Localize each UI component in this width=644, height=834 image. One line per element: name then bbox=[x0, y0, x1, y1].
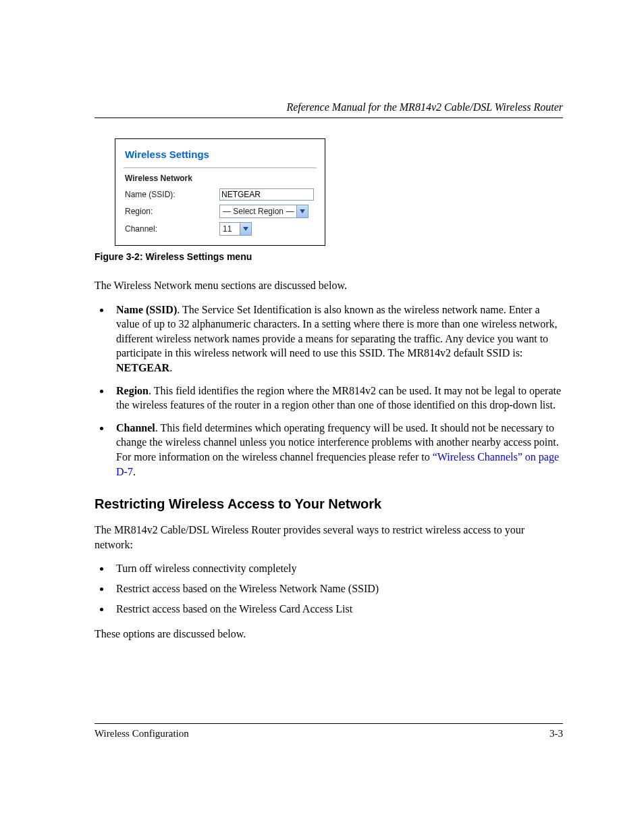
channel-row: Channel: 11 bbox=[125, 222, 315, 236]
restrict-outro: These options are discussed below. bbox=[95, 627, 563, 642]
figure-caption: Figure 3-2: Wireless Settings menu bbox=[95, 251, 563, 262]
intro-paragraph: The Wireless Network menu sections are d… bbox=[95, 278, 563, 293]
ssid-default: NETGEAR bbox=[116, 362, 169, 373]
channel-period: . bbox=[133, 466, 136, 477]
svg-marker-0 bbox=[300, 209, 305, 213]
region-row: Region: — Select Region — bbox=[125, 205, 315, 218]
chevron-down-icon bbox=[296, 205, 308, 217]
panel-title: Wireless Settings bbox=[125, 149, 209, 160]
wireless-settings-panel: Wireless Settings Wireless Network Name … bbox=[115, 138, 325, 246]
region-term: Region bbox=[116, 385, 149, 396]
region-label: Region: bbox=[125, 207, 219, 216]
document-page: Reference Manual for the MR814v2 Cable/D… bbox=[0, 0, 644, 834]
list-item: Restrict access based on the Wireless Ne… bbox=[111, 581, 563, 596]
restricting-access-heading: Restricting Wireless Access to Your Netw… bbox=[95, 496, 563, 512]
ssid-label: Name (SSID): bbox=[125, 190, 219, 199]
ssid-term: Name (SSID) bbox=[116, 304, 177, 315]
channel-select[interactable]: 11 bbox=[219, 222, 252, 236]
list-item: Name (SSID). The Service Set Identificat… bbox=[111, 303, 563, 375]
region-select-value: — Select Region — bbox=[220, 205, 296, 217]
list-item: Channel. This field determines which ope… bbox=[111, 421, 563, 479]
restrict-intro: The MR814v2 Cable/DSL Wireless Router pr… bbox=[95, 523, 563, 552]
list-item: Turn off wireless connectivity completel… bbox=[111, 561, 563, 576]
running-header: Reference Manual for the MR814v2 Cable/D… bbox=[95, 101, 563, 118]
restrict-options-list: Turn off wireless connectivity completel… bbox=[95, 561, 563, 616]
channel-label: Channel: bbox=[125, 224, 219, 234]
region-desc: . This field identifies the region where… bbox=[116, 385, 561, 411]
ssid-row: Name (SSID): bbox=[125, 188, 315, 201]
ssid-input[interactable] bbox=[219, 188, 314, 201]
ssid-period: . bbox=[169, 362, 172, 373]
panel-divider bbox=[124, 167, 317, 168]
footer-section: Wireless Configuration bbox=[95, 728, 189, 739]
chevron-down-icon bbox=[240, 223, 251, 235]
svg-marker-1 bbox=[243, 227, 248, 231]
settings-description-list: Name (SSID). The Service Set Identificat… bbox=[95, 303, 563, 479]
footer-page-number: 3-3 bbox=[549, 728, 563, 739]
region-select[interactable]: — Select Region — bbox=[219, 205, 308, 218]
list-item: Restrict access based on the Wireless Ca… bbox=[111, 602, 563, 617]
list-item: Region. This field identifies the region… bbox=[111, 384, 563, 413]
wireless-network-heading: Wireless Network bbox=[125, 174, 315, 183]
page-footer: Wireless Configuration 3-3 bbox=[95, 723, 563, 739]
channel-term: Channel bbox=[116, 422, 155, 434]
channel-select-value: 11 bbox=[220, 223, 240, 235]
ssid-desc-1: . The Service Set Identification is also… bbox=[116, 304, 558, 359]
